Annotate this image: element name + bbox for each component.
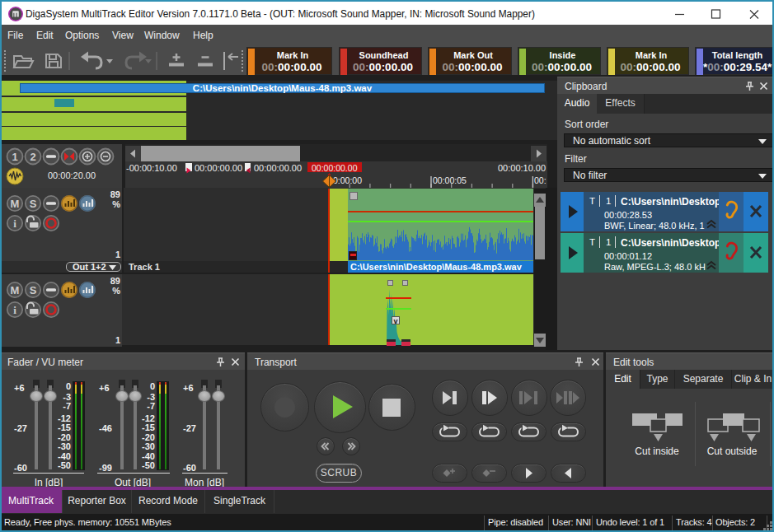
svg-text:M: M — [11, 198, 20, 210]
svg-text:M: M — [11, 284, 20, 296]
svg-text:i: i — [13, 217, 16, 230]
svg-text:%: % — [112, 286, 120, 296]
svg-text:S: S — [30, 284, 37, 296]
svg-text:2: 2 — [30, 151, 35, 163]
svg-text:1: 1 — [115, 250, 120, 259]
svg-text:1: 1 — [115, 335, 120, 345]
svg-text:1: 1 — [12, 151, 17, 163]
svg-text:S: S — [30, 198, 37, 210]
svg-text:89: 89 — [110, 189, 120, 199]
svg-text:89: 89 — [110, 276, 120, 286]
svg-text:%: % — [112, 199, 120, 209]
svg-text:i: i — [13, 304, 16, 316]
